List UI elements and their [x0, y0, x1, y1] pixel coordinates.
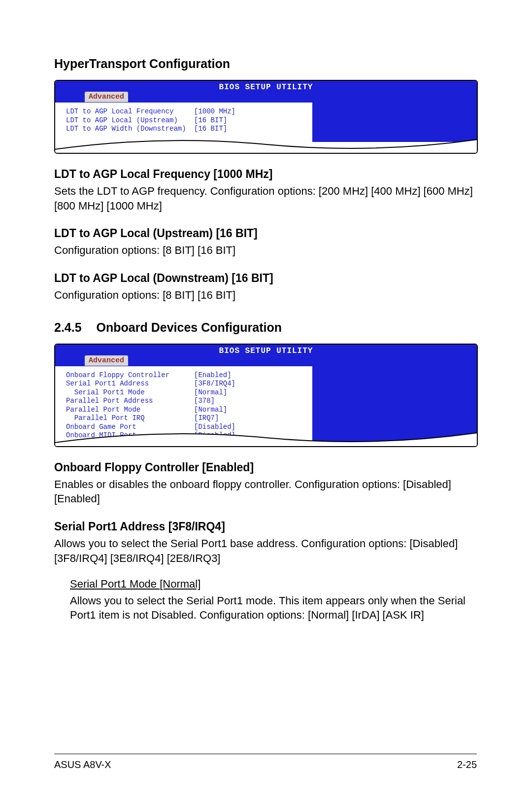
option-body-ldt-downstream: Configuration options: [8 BIT] [16 BIT] — [54, 288, 478, 303]
bios-settings-list: Onboard Floppy Controller[Enabled]Serial… — [55, 366, 312, 447]
bios-setting-label: Serial Port1 Mode — [66, 388, 194, 397]
bios-setting-label: LDT to AGP Width (Downstream) — [66, 125, 194, 134]
bios-setting-label: Onboard Game Port — [66, 423, 194, 432]
option-heading-ldt-downstream: LDT to AGP Local (Downstream) [16 BIT] — [54, 272, 478, 285]
bios-help-panel — [312, 103, 477, 142]
option-heading-floppy: Onboard Floppy Controller [Enabled] — [54, 461, 478, 474]
bios-setting-row: Parallel Port Mode[Normal] — [66, 406, 306, 415]
bios-setting-row: Onboard Floppy Controller[Enabled] — [66, 371, 306, 380]
bios-setting-label: LDT to AGP Local Frequency — [66, 107, 194, 116]
bios-setting-row: LDT to AGP Local (Upstream)[16 BIT] — [66, 116, 306, 125]
bios-setting-value: [Enabled] — [194, 371, 232, 380]
option-body-serial-addr: Allows you to select the Serial Port1 ba… — [54, 536, 478, 565]
bios-setting-value: [Disabled] — [194, 431, 235, 440]
bios-setting-row: Parallel Port Address[378] — [66, 397, 306, 406]
option-heading-ldt-freq: LDT to AGP Local Frequency [1000 MHz] — [54, 168, 478, 181]
bios-screenshot-onboard: BIOS SETUP UTILITY Advanced Onboard Flop… — [54, 344, 478, 447]
section-heading-onboard-devices: 2.4.5Onboard Devices Configuration — [54, 320, 478, 335]
bios-setting-value: [Normal] — [194, 388, 227, 397]
bios-setting-value: [378] — [194, 397, 215, 406]
section-title: Onboard Devices Configuration — [97, 320, 282, 334]
bios-tabrow: Advanced — [55, 355, 477, 366]
bios-setting-row: Serial Port1 Address[3F8/IRQ4] — [66, 380, 306, 388]
bios-setting-row: Parallel Port IRQ[IRQ7] — [66, 414, 306, 423]
bios-title: BIOS SETUP UTILITY — [55, 81, 477, 92]
bios-setting-row: Serial Port1 Mode[Normal] — [66, 388, 306, 397]
section-number: 2.4.5 — [54, 320, 82, 335]
bios-setting-label: Serial Port1 Address — [66, 380, 194, 388]
bios-setting-value: [Normal] — [194, 406, 227, 415]
bios-setting-value: [IRQ7] — [194, 414, 219, 423]
option-heading-ldt-upstream: LDT to AGP Local (Upstream) [16 BIT] — [54, 227, 478, 240]
page-footer: ASUS A8V-X 2-25 — [54, 754, 477, 770]
bios-setting-label: Parallel Port IRQ — [66, 414, 194, 423]
option-heading-serial-mode: Serial Port1 Mode [Normal] — [70, 578, 478, 591]
bios-setting-row: Onboard MIDI Port[Disabled] — [66, 431, 306, 440]
bios-setting-row: LDT to AGP Width (Downstream)[16 BIT] — [66, 125, 306, 134]
bios-title: BIOS SETUP UTILITY — [55, 345, 477, 355]
bios-screenshot-hypertransport: BIOS SETUP UTILITY Advanced LDT to AGP L… — [54, 80, 478, 154]
option-body-ldt-upstream: Configuration options: [8 BIT] [16 BIT] — [54, 243, 478, 258]
bios-setting-label: LDT to AGP Local (Upstream) — [66, 116, 194, 125]
bios-setting-value: [Disabled] — [194, 423, 235, 432]
bios-setting-value: [16 BIT] — [194, 125, 227, 134]
bios-tab-advanced: Advanced — [85, 92, 128, 102]
option-body-ldt-freq: Sets the LDT to AGP frequency. Configura… — [54, 184, 478, 213]
footer-product: ASUS A8V-X — [54, 759, 111, 770]
bios-setting-value: [3F8/IRQ4] — [194, 380, 235, 388]
bios-settings-list: LDT to AGP Local Frequency[1000 MHz]LDT … — [55, 103, 312, 142]
option-body-floppy: Enables or disables the onboard floppy c… — [54, 477, 478, 506]
section-heading-hypertransport: HyperTransport Configuration — [54, 57, 478, 71]
bios-tabrow: Advanced — [55, 92, 477, 103]
bios-setting-label: Parallel Port Mode — [66, 406, 194, 415]
bios-setting-value: [1000 MHz] — [194, 107, 235, 116]
bios-setting-row: LDT to AGP Local Frequency[1000 MHz] — [66, 107, 306, 116]
option-heading-serial-addr: Serial Port1 Address [3F8/IRQ4] — [54, 520, 478, 533]
bios-setting-label: Onboard MIDI Port — [66, 431, 194, 440]
footer-page-number: 2-25 — [457, 759, 477, 770]
bios-setting-value: [16 BIT] — [194, 116, 227, 125]
bios-tab-advanced: Advanced — [85, 355, 128, 366]
bios-setting-row: Onboard Game Port[Disabled] — [66, 423, 306, 432]
option-body-serial-mode: Allows you to select the Serial Port1 mo… — [70, 593, 478, 623]
bios-help-panel — [312, 366, 477, 447]
bios-setting-label: Onboard Floppy Controller — [66, 371, 194, 380]
bios-setting-label: Parallel Port Address — [66, 397, 194, 406]
